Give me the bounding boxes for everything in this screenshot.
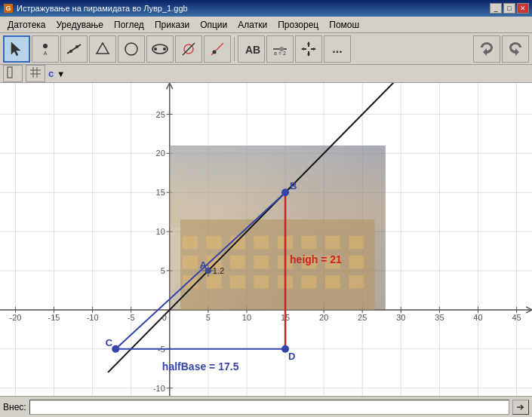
svg-point-2 [43,44,48,48]
svg-marker-20 [307,41,310,44]
svg-point-15 [213,50,217,54]
text-tool-button[interactable]: ABC [238,35,265,63]
svg-marker-21 [307,54,310,57]
menu-item-алатки[interactable]: Алатки [233,18,272,32]
menu-item-поглед[interactable]: Поглед [109,18,149,32]
slider-tool-button[interactable]: a = 2 [266,35,294,63]
svg-text:G: G [5,5,11,12]
svg-text:ABC: ABC [245,44,260,56]
input-label: Внес: [3,402,26,412]
view-toggle-btn[interactable] [3,65,23,82]
close-button[interactable]: ✕ [517,3,529,14]
svg-text:a = 2: a = 2 [274,51,286,56]
perpendicular-tool-button[interactable] [89,35,116,63]
svg-point-11 [163,48,166,51]
menu-item-прикази[interactable]: Прикази [150,18,194,32]
redo-button[interactable] [502,35,529,63]
svg-marker-22 [301,48,304,51]
toolbar: A ABC a = 2 [0,33,532,65]
canvas-area[interactable] [0,83,532,396]
menu-item-опции[interactable]: Опции [195,18,232,32]
titlebar-controls: _ □ ✕ [490,3,529,14]
titlebar: G Истражување на пирамидата во Лувр_1.gg… [0,0,532,17]
svg-marker-7 [97,43,109,54]
reflect-tool-button[interactable] [204,35,231,63]
input-submit-button[interactable] [512,400,529,415]
window-title: Истражување на пирамидата во Лувр_1.ggb [17,4,188,13]
minimize-button[interactable]: _ [490,3,502,14]
style-dropdown[interactable]: ▼ [57,69,65,78]
toolbar2: c ▼ [0,65,532,83]
point-tool-button[interactable]: A [32,35,59,63]
svg-point-10 [154,48,157,51]
toolbar-separator-1 [234,37,235,61]
menu-item-помош[interactable]: Помош [324,18,364,32]
svg-line-4 [67,44,81,54]
app-icon: G [3,3,14,14]
input-field[interactable] [29,400,509,415]
svg-point-6 [75,45,78,48]
svg-marker-23 [313,48,316,51]
angle-tool-button[interactable] [175,35,202,63]
menu-item-датотека[interactable]: Датотека [3,18,51,32]
maximize-button[interactable]: □ [503,3,515,14]
menu-item-уредување[interactable]: Уредување [52,18,109,32]
select-tool-button[interactable] [3,35,30,63]
style-label: c [48,68,54,79]
move-view-tool-button[interactable] [295,35,322,63]
svg-point-5 [69,50,72,53]
svg-text:A: A [44,51,48,56]
main-content [0,83,532,396]
circle-tool-button[interactable] [118,35,145,63]
svg-point-19 [279,47,284,51]
line-tool-button[interactable] [60,35,88,63]
more-tools-button[interactable]: ... [324,35,351,63]
svg-rect-24 [8,67,12,78]
geometry-canvas [0,83,532,396]
grid-toggle-btn[interactable] [26,65,45,82]
menubar: ДатотекаУредувањеПогледПриказиОпцииАлатк… [0,17,532,33]
statusbar: Внес: [0,396,532,417]
menu-item-прозорец[interactable]: Прозорец [273,18,323,32]
titlebar-title: G Истражување на пирамидата во Лувр_1.gg… [3,3,188,14]
ellipse-tool-button[interactable] [146,35,174,63]
undo-button[interactable] [473,35,500,63]
svg-point-8 [125,43,137,55]
